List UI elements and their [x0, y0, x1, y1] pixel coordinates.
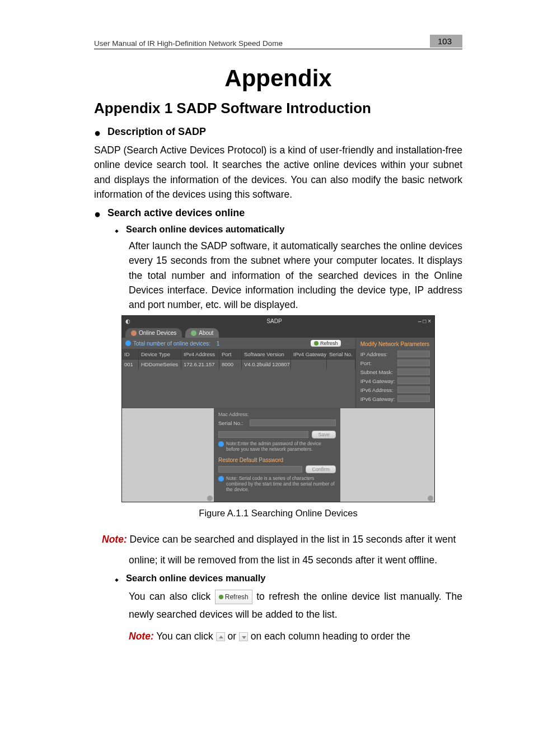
sadp-window-title: SADP	[130, 318, 418, 324]
label-gw4: IPv4 Gateway:	[360, 378, 395, 384]
info-icon	[218, 441, 224, 447]
refresh-inline-button[interactable]: Refresh	[215, 590, 252, 604]
input-mask[interactable]	[397, 368, 430, 375]
description-paragraph: SADP (Search Active Devices Protocol) is…	[94, 143, 462, 202]
refresh-icon	[219, 595, 223, 599]
restore-title: Restore Default Password	[218, 457, 336, 463]
page-number: 103	[430, 35, 462, 48]
tab-about-label: About	[199, 330, 213, 336]
save-button[interactable]: Save	[312, 431, 336, 438]
note-label: Note:	[129, 631, 154, 642]
col-serial-no[interactable]: Serial No.	[327, 349, 355, 359]
expand-icon[interactable]: >>	[343, 341, 352, 347]
scroll-handle-left[interactable]	[207, 496, 213, 501]
note-paragraph-2: online; it will be removed from the list…	[129, 553, 462, 567]
confirm-button[interactable]: Confirm	[306, 465, 336, 473]
modify-panel: Modify Network Parameters IP Address: Po…	[356, 338, 434, 408]
table-row[interactable]: 001 HDDomeSeries 172.6.21.157 8000 V4.0.…	[122, 360, 355, 369]
col-ipv4-address[interactable]: IPv4 Address	[181, 349, 219, 359]
bullet-dot-icon: ●	[94, 126, 101, 139]
input-addr6[interactable]	[397, 386, 430, 393]
input-ip[interactable]	[397, 351, 430, 357]
search-manual-heading: Search online devices manually	[126, 573, 265, 584]
note-paragraph-1: Note: Device can be searched and display…	[102, 532, 462, 547]
input-gw4[interactable]	[397, 377, 430, 384]
table-empty-area	[122, 369, 355, 397]
diamond-icon: ⬥	[114, 224, 119, 236]
sort-asc-icon[interactable]	[216, 632, 225, 641]
col-software-version[interactable]: Software Version	[242, 349, 291, 359]
sadp-screenshot: ◐ SADP – □ × Online Devices About Total …	[121, 315, 435, 502]
modify-panel-title: Modify Network Parameters	[360, 341, 430, 347]
page-header: User Manual of IR High-Definition Networ…	[94, 35, 462, 49]
refresh-button[interactable]: Refresh	[311, 340, 341, 347]
label-ip: IP Address:	[360, 351, 395, 357]
refresh-icon	[314, 341, 318, 346]
cell-port: 8000	[219, 360, 242, 369]
label-addr6: IPv6 Address:	[360, 387, 395, 393]
about-icon	[191, 330, 196, 336]
label-mac: Mac Address:	[218, 412, 336, 417]
label-serialno: Serial No.:	[218, 420, 247, 426]
search-auto-paragraph: After launch the SADP software, it autom…	[129, 239, 462, 312]
cell-sw: V4.0.2build 120807	[242, 360, 291, 369]
window-controls[interactable]: – □ ×	[418, 318, 431, 324]
appendix1-heading: Appendix 1 SADP Software Introduction	[94, 100, 462, 117]
note-label: Note:	[102, 534, 127, 545]
col-device-type[interactable]: Device Type	[139, 349, 181, 359]
search-auto-heading: Search online devices automatically	[126, 224, 284, 235]
diamond-icon: ⬥	[114, 573, 119, 585]
cell-type: HDDomeSeries	[139, 360, 181, 369]
col-id[interactable]: ID	[122, 349, 139, 359]
section-search-heading: Search active devices online	[107, 207, 245, 219]
info-icon	[125, 340, 131, 346]
cell-gw	[291, 360, 327, 369]
section-description-heading: Description of SADP	[107, 126, 206, 138]
note-admin-password: Note:Enter the admin password of the dev…	[218, 441, 336, 452]
tab-online-devices[interactable]: Online Devices	[125, 328, 182, 338]
input-password[interactable]	[218, 431, 308, 438]
search-manual-p2: Note: You can click or on each column he…	[129, 627, 462, 645]
label-port: Port:	[360, 360, 395, 366]
cell-id: 001	[122, 360, 139, 369]
main-title: Appendix	[94, 65, 462, 92]
input-serialno[interactable]	[250, 419, 336, 426]
lower-left-panel	[122, 408, 214, 502]
tab-about[interactable]: About	[185, 328, 219, 338]
table-header[interactable]: ID Device Type IPv4 Address Port Softwar…	[122, 349, 355, 360]
devices-icon	[131, 330, 137, 336]
col-ipv4-gateway[interactable]: IPv4 Gateway	[291, 349, 327, 359]
input-port[interactable]	[397, 360, 430, 366]
cell-sn	[327, 360, 355, 369]
sadp-logo-icon: ◐	[125, 318, 130, 324]
info-icon	[218, 476, 224, 482]
input-gw6[interactable]	[397, 395, 430, 402]
search-manual-p1: You can also click Refresh to refresh th…	[129, 587, 462, 624]
label-gw6: IPv6 Gateway:	[360, 396, 395, 402]
lower-mid-panel: Mac Address: Serial No.: Save Note:Enter…	[214, 408, 340, 502]
device-count-label: Total number of online devices: 1	[125, 340, 219, 347]
note-serial-code: Note: Serial code is a series of charact…	[218, 475, 336, 493]
tab-online-label: Online Devices	[139, 330, 176, 336]
sadp-titlebar: ◐ SADP – □ ×	[122, 316, 434, 326]
g-input-serialcode[interactable]	[218, 466, 302, 473]
bullet-dot-icon: ●	[94, 207, 101, 221]
figure-caption: Figure A.1.1 Searching Online Devices	[94, 508, 462, 519]
sort-desc-icon[interactable]	[239, 632, 248, 641]
cell-ip: 172.6.21.157	[181, 360, 219, 369]
lower-right-panel	[340, 408, 434, 502]
scroll-handle-right[interactable]	[428, 496, 433, 501]
label-mask: Subnet Mask:	[360, 369, 395, 375]
running-title: User Manual of IR High-Definition Networ…	[94, 39, 283, 48]
col-port[interactable]: Port	[219, 349, 242, 359]
